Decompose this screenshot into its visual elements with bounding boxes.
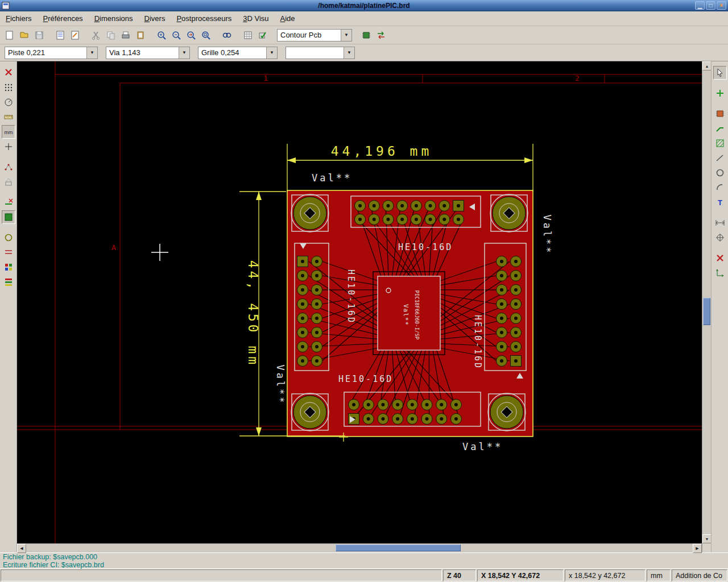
module-ratsnest-icon[interactable] xyxy=(2,175,15,189)
tracks-sketch-icon[interactable] xyxy=(2,246,15,259)
dropdown-arrow-icon[interactable]: ▼ xyxy=(266,47,277,59)
svg-text:2: 2 xyxy=(575,74,580,82)
cursor-shape-icon[interactable] xyxy=(2,140,15,153)
netlist-icon[interactable] xyxy=(241,28,255,42)
track-width-value: Piste 0,221 xyxy=(5,48,86,57)
via-size-selector[interactable]: Via 1,143 ▼ xyxy=(106,47,190,59)
cut-icon[interactable] xyxy=(89,28,103,42)
redraw-icon[interactable] xyxy=(184,28,198,42)
window-title: /home/katmai/platinePIC.brd xyxy=(0,2,728,10)
chip-ref-text: PIC18F66J60-I/SP xyxy=(414,290,420,340)
vscroll-thumb[interactable] xyxy=(703,298,710,325)
menu-aide[interactable]: Aide xyxy=(280,14,295,23)
zoom-in-icon[interactable] xyxy=(155,28,168,42)
minimize-button-icon[interactable]: ▁ xyxy=(695,1,705,10)
scroll-left-icon[interactable]: ◀ xyxy=(17,544,26,553)
menu-postprocesseurs[interactable]: Postprocesseurs xyxy=(176,14,231,23)
track-width-selector[interactable]: Piste 0,221 ▼ xyxy=(5,47,98,59)
statusbar-zoom: Z 40 xyxy=(443,569,476,581)
show-zones-icon[interactable] xyxy=(2,210,15,224)
hscroll-thumb[interactable] xyxy=(336,544,461,551)
horizontal-scrollbar[interactable]: ◀ ▶ xyxy=(17,543,702,552)
drc-check-icon[interactable] xyxy=(256,28,270,42)
select-tool-icon[interactable] xyxy=(713,66,727,80)
titlebar: /home/katmai/platinePIC.brd ▁ □ × xyxy=(0,0,728,11)
scroll-up-icon[interactable]: ▲ xyxy=(702,61,712,70)
print-icon[interactable] xyxy=(119,28,133,42)
units-mm-icon[interactable]: mm xyxy=(2,125,15,139)
add-module-icon[interactable] xyxy=(713,107,727,120)
drc-tool-icon[interactable] xyxy=(2,66,15,80)
close-button-icon[interactable]: × xyxy=(717,1,726,10)
ratsnest-icon[interactable] xyxy=(2,160,15,174)
add-text-icon[interactable]: T xyxy=(713,196,727,209)
value-text-right: Val** xyxy=(541,214,553,255)
grid-size-selector[interactable]: Grille 0,254 ▼ xyxy=(198,47,278,59)
add-circle-icon[interactable] xyxy=(713,166,727,180)
statusbar: Z 40 X 18,542 Y 42,672 x 18,542 y 42,672… xyxy=(0,568,728,582)
hscroll-track[interactable] xyxy=(26,544,693,552)
statusbar-spacer xyxy=(1,569,442,581)
menu-dimensions[interactable]: Dimensions xyxy=(94,14,133,23)
scroll-right-icon[interactable]: ▶ xyxy=(693,544,702,553)
menu-3d-visu[interactable]: 3D Visu xyxy=(243,14,268,23)
grid-toggle-icon[interactable] xyxy=(2,81,15,94)
zoom-selector[interactable]: ▼ xyxy=(286,47,355,59)
svg-text:mm: mm xyxy=(4,130,13,135)
palette-icon[interactable] xyxy=(2,260,15,274)
statusbar-rel-coords: x 18,542 y 42,672 xyxy=(565,569,646,581)
polar-coords-icon[interactable] xyxy=(2,95,15,109)
open-board-icon[interactable] xyxy=(18,28,31,42)
add-arc-icon[interactable] xyxy=(713,181,727,194)
layer-selector-value: Contour Pcb xyxy=(278,31,341,39)
layer-selector[interactable]: Contour Pcb ▼ xyxy=(277,29,352,41)
add-zone-icon[interactable] xyxy=(713,136,727,150)
paste-icon[interactable] xyxy=(134,28,147,42)
find-icon[interactable] xyxy=(220,28,234,42)
connector-ref-left: HE10-16D xyxy=(346,269,356,324)
module-check-icon[interactable] xyxy=(359,28,373,42)
zoom-out-icon[interactable] xyxy=(169,28,183,42)
dropdown-arrow-icon[interactable]: ▼ xyxy=(86,47,97,59)
dropdown-arrow-icon[interactable]: ▼ xyxy=(344,47,354,59)
units-inch-icon[interactable] xyxy=(2,110,15,124)
offset-origin-icon[interactable] xyxy=(713,266,727,280)
statusbar-units: mm xyxy=(647,569,671,581)
swap-layers-icon[interactable] xyxy=(374,28,388,42)
menu-divers[interactable]: Divers xyxy=(144,14,166,23)
new-board-icon[interactable] xyxy=(3,28,16,42)
copy-icon[interactable] xyxy=(104,28,118,42)
add-line-icon[interactable] xyxy=(713,151,727,165)
highlight-net-icon[interactable] xyxy=(713,86,727,100)
dim-width-text: 44,196 mm xyxy=(331,144,433,159)
add-target-icon[interactable] xyxy=(713,231,727,244)
grid-size-value: Grille 0,254 xyxy=(198,48,266,57)
menubar: Fichiers Préférences Dimensions Divers P… xyxy=(0,11,728,26)
value-text-bottom: Val** xyxy=(462,441,503,452)
add-track-icon[interactable] xyxy=(713,122,727,135)
save-board-icon[interactable] xyxy=(32,28,46,42)
pcb-canvas[interactable]: 1 2 A xyxy=(17,61,702,543)
sheet-settings-icon[interactable] xyxy=(53,28,67,42)
message-line-1: Fichier backup: $savepcb.000 xyxy=(3,553,725,561)
svg-text:T: T xyxy=(718,198,722,207)
right-toolbar: T xyxy=(711,61,728,552)
delete-item-icon[interactable] xyxy=(713,251,727,265)
plot-icon[interactable] xyxy=(68,28,82,42)
layers-manager-icon[interactable] xyxy=(2,275,15,289)
dropdown-arrow-icon[interactable]: ▼ xyxy=(341,30,351,41)
zoom-fit-icon[interactable] xyxy=(199,28,213,42)
scroll-down-icon[interactable]: ▼ xyxy=(702,534,712,543)
vscroll-track[interactable] xyxy=(702,70,711,534)
connector-ref-bottom: HE10-16D xyxy=(338,374,393,384)
menu-fichiers[interactable]: Fichiers xyxy=(6,14,32,23)
menu-preferences[interactable]: Préférences xyxy=(43,14,83,23)
vertical-scrollbar[interactable]: ▲ ▼ xyxy=(702,61,711,552)
dropdown-arrow-icon[interactable]: ▼ xyxy=(179,47,189,59)
statusbar-abs-coords: X 18,542 Y 42,672 xyxy=(477,569,564,581)
add-dimension-icon[interactable] xyxy=(713,216,727,230)
maximize-button-icon[interactable]: □ xyxy=(706,1,715,10)
autodel-track-icon[interactable] xyxy=(2,196,15,209)
statusbar-action: Addition de Co xyxy=(672,569,727,581)
pads-sketch-icon[interactable] xyxy=(2,231,15,244)
